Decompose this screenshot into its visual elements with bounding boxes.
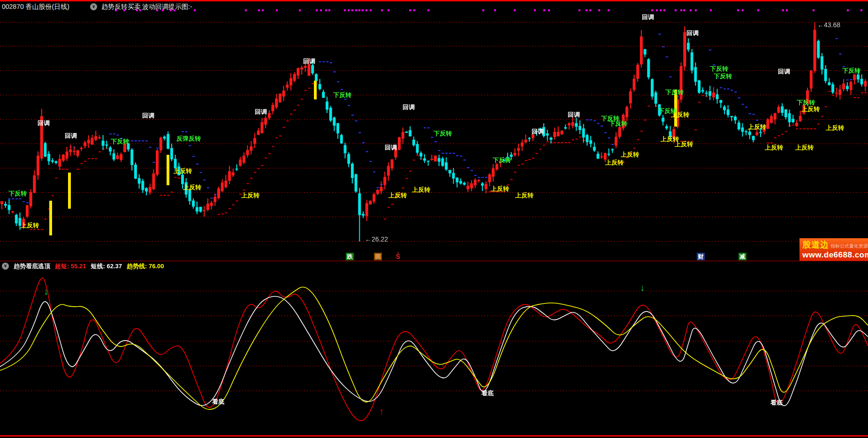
reading-qushixian-label: 趋势线: xyxy=(127,263,147,270)
watermark-banner: 股道边 指标公式量化资源 www.de6688.com xyxy=(799,238,868,261)
reading-chaoduan-label: 超短: xyxy=(55,263,69,270)
reading-qushixian-value: 76.00 xyxy=(149,263,164,270)
watermark-row: 股道边 指标公式量化资源 xyxy=(802,239,868,250)
watermark-brand: 股道边 xyxy=(802,239,829,250)
window-bottom-border xyxy=(0,435,868,437)
watermark-url: www.de6688.com xyxy=(802,250,868,260)
oscillator-title[interactable]: 趋势看底逃顶 xyxy=(14,262,50,271)
oscillator-panel-header: ∨ 趋势看底逃顶 超短: 55.21 短线: 62.37 趋势线: 76.00 xyxy=(0,262,868,271)
reading-chaoduan: 超短: 55.21 xyxy=(55,262,86,271)
watermark-tagline: 指标公式量化资源 xyxy=(830,243,868,249)
trading-app-window: 002870 香山股份(日线) ∨ 趋势反转买卖 波动回调提示图:- 回调回调回… xyxy=(0,0,868,438)
chevron-down-icon[interactable]: ∨ xyxy=(2,263,9,270)
reading-chaoduan-value: 55.21 xyxy=(71,263,86,270)
reading-qushixian: 趋势线: 76.00 xyxy=(127,262,164,271)
reading-duanxian: 短线: 62.37 xyxy=(91,262,122,271)
price-and-oscillator-chart-canvas[interactable] xyxy=(0,0,868,438)
reading-duanxian-label: 短线: xyxy=(91,263,105,270)
reading-duanxian-value: 62.37 xyxy=(107,263,122,270)
